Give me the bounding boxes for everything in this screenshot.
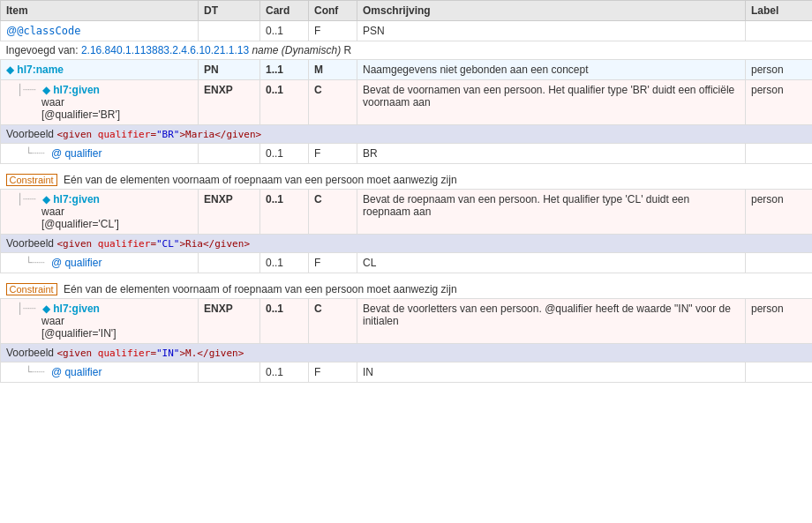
constraint-badge-1: Constraint <box>6 174 57 186</box>
qualifier-br-name: qualifier <box>62 147 102 160</box>
spacer-row-2 <box>1 273 813 281</box>
table-row-constraint-2: Constraint Eén van de elementen voornaam… <box>1 280 813 299</box>
card-qualifier-in: 0..1 <box>260 362 309 383</box>
dt-given-cl: ENXP <box>199 190 260 235</box>
conf-qualifier-cl: F <box>309 253 357 273</box>
dt-hl7name: PN <box>199 60 260 80</box>
item-given-br: │┈┈ ◆ hl7:given waar [@qualifier='BR'] <box>1 80 199 125</box>
given-in-sub1: waar <box>17 315 64 327</box>
ingevoegd-text1: Ingevoegd van: <box>6 44 79 56</box>
dt-qualifier-cl <box>199 253 260 273</box>
card-hl7name: 1..1 <box>260 60 309 80</box>
table-row-voorbeeld-in: Voorbeeld <given qualifier="IN">M.</give… <box>1 344 813 362</box>
dt-qualifier-in <box>199 362 260 383</box>
card-given-in: 0..1 <box>260 299 309 344</box>
conf-classCode: F <box>309 21 357 41</box>
item-classCode: @@classCode <box>1 21 199 41</box>
spacer-row-1 <box>1 164 813 172</box>
constraint-badge-2: Constraint <box>6 283 57 295</box>
conf-qualifier-br: F <box>309 144 357 164</box>
given-cl-name: hl7:given <box>53 193 100 205</box>
given-br-name: hl7:given <box>53 84 100 96</box>
given-in-name: hl7:given <box>53 303 100 315</box>
conf-given-br: C <box>309 80 357 125</box>
diamond-icon-cl: ◆ <box>42 193 53 205</box>
conf-hl7name: M <box>309 60 357 80</box>
given-br-sub2: [@qualifier='BR'] <box>17 108 120 121</box>
omsch-given-cl: Bevat de roepnaam van een persoon. Het q… <box>357 190 746 235</box>
voorbeeld-cl-cell: Voorbeeld <given qualifier="CL">Ria</giv… <box>1 235 813 253</box>
label-given-br: person <box>746 80 813 125</box>
table-row-given-cl: │┈┈ ◆ hl7:given waar [@qualifier='CL'] E… <box>1 190 813 235</box>
omsch-given-br: Bevat de voornamen van een persoon. Het … <box>357 80 746 125</box>
card-qualifier-br: 0..1 <box>260 144 309 164</box>
item-given-in: │┈┈ ◆ hl7:given waar [@qualifier='IN'] <box>1 299 199 344</box>
table-row-hl7name: ◆ hl7:name PN 1..1 M Naamgegevens niet g… <box>1 60 813 80</box>
at-icon-qin: @ <box>51 366 62 378</box>
constraint-2-cell: Constraint Eén van de elementen voornaam… <box>1 280 813 299</box>
header-item: Item <box>1 1 199 21</box>
card-given-br: 0..1 <box>260 80 309 125</box>
table-row-constraint-1: Constraint Eén van de elementen voornaam… <box>1 171 813 190</box>
conf-qualifier-in: F <box>309 362 357 383</box>
constraint-2-text: Eén van de elementen voornaam of roepnaa… <box>64 283 457 295</box>
table-row-qualifier-br: └┈┈ @ qualifier 0..1 F BR <box>1 144 813 164</box>
label-given-cl: person <box>746 190 813 235</box>
voorbeeld-br-code: <given qualifier="BR">Maria</given> <box>56 129 261 140</box>
label-hl7name: person <box>746 60 813 80</box>
omsch-qualifier-br: BR <box>357 144 746 164</box>
qualifier-in-name: qualifier <box>62 366 102 378</box>
table-row-voorbeeld-cl: Voorbeeld <given qualifier="CL">Ria</giv… <box>1 235 813 253</box>
diamond-icon: ◆ <box>6 64 17 76</box>
voorbeeld-in-code: <given qualifier="IN">M.</given> <box>56 347 244 359</box>
voorbeeld-cl-code: <given qualifier="CL">Ria</given> <box>56 238 250 250</box>
table-row: @@classCode 0..1 F PSN <box>1 21 813 41</box>
table-row-qualifier-cl: └┈┈ @ qualifier 0..1 F CL <box>1 253 813 273</box>
item-given-cl: │┈┈ ◆ hl7:given waar [@qualifier='CL'] <box>1 190 199 235</box>
table-row-given-br: │┈┈ ◆ hl7:given waar [@qualifier='BR'] E… <box>1 80 813 125</box>
classCode-name: @classCode <box>17 25 80 37</box>
omsch-classCode: PSN <box>357 21 746 41</box>
at-icon: @ <box>6 25 17 37</box>
card-classCode: 0..1 <box>260 21 309 41</box>
diamond-icon-br: ◆ <box>42 84 53 96</box>
label-classCode <box>746 21 813 41</box>
label-qualifier-in <box>746 362 813 383</box>
omsch-qualifier-cl: CL <box>357 253 746 273</box>
card-qualifier-cl: 0..1 <box>260 253 309 273</box>
label-qualifier-br <box>746 144 813 164</box>
voorbeeld-br-cell: Voorbeeld <given qualifier="BR">Maria</g… <box>1 125 813 144</box>
tree-prefix-br: │┈┈ <box>17 84 42 96</box>
header-label: Label <box>746 1 813 21</box>
ingevoegd-link[interactable]: 2.16.840.1.113883.2.4.6.10.21.1.13 <box>81 44 249 56</box>
tree-prefix-qcl: └┈┈ <box>26 257 51 269</box>
tree-prefix-qbr: └┈┈ <box>26 147 51 160</box>
omsch-qualifier-in: IN <box>357 362 746 383</box>
omsch-given-in: Bevat de voorletters van een persoon. @q… <box>357 299 746 344</box>
label-given-in: person <box>746 299 813 344</box>
tree-prefix-cl: │┈┈ <box>17 193 42 205</box>
given-cl-sub2: [@qualifier='CL'] <box>17 218 119 230</box>
label-qualifier-cl <box>746 253 813 273</box>
item-hl7name: ◆ hl7:name <box>1 60 199 80</box>
at-icon-qcl: @ <box>51 257 62 269</box>
ingevoegd-row: Ingevoegd van: 2.16.840.1.113883.2.4.6.1… <box>1 41 813 60</box>
item-qualifier-br: └┈┈ @ qualifier <box>1 144 199 164</box>
ingevoegd-suffix: R <box>343 44 351 56</box>
constraint-1-text: Eén van de elementen voornaam of roepnaa… <box>64 174 457 186</box>
constraint-1-cell: Constraint Eén van de elementen voornaam… <box>1 171 813 190</box>
header-dt: DT <box>199 1 260 21</box>
qualifier-cl-name: qualifier <box>62 257 102 269</box>
ingevoegd-cell: Ingevoegd van: 2.16.840.1.113883.2.4.6.1… <box>1 41 813 60</box>
hl7name-label: hl7:name <box>17 64 64 76</box>
given-in-sub2: [@qualifier='IN'] <box>17 327 116 340</box>
at-icon-qbr: @ <box>51 147 62 160</box>
voorbeeld-br-prefix: Voorbeeld <box>6 128 54 140</box>
voorbeeld-cl-prefix: Voorbeeld <box>6 237 54 250</box>
dt-given-br: ENXP <box>199 80 260 125</box>
table-row-qualifier-in: └┈┈ @ qualifier 0..1 F IN <box>1 362 813 383</box>
table-row-given-in: │┈┈ ◆ hl7:given waar [@qualifier='IN'] E… <box>1 299 813 344</box>
conf-given-cl: C <box>309 190 357 235</box>
table-row-voorbeeld-br: Voorbeeld <given qualifier="BR">Maria</g… <box>1 125 813 144</box>
tree-prefix-in: │┈┈ <box>17 303 42 315</box>
